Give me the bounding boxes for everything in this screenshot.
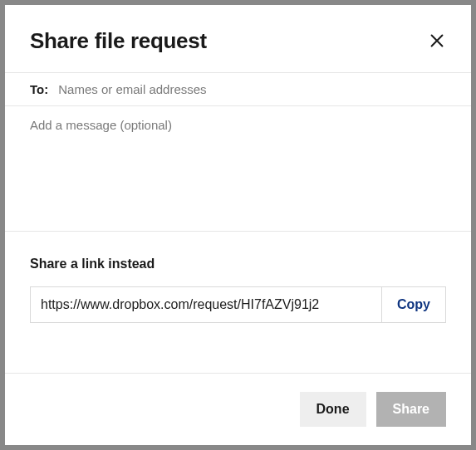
message-area	[5, 106, 471, 231]
share-file-request-modal: Share file request To: Share a link inst…	[5, 5, 471, 445]
message-input[interactable]	[30, 118, 446, 219]
copy-button[interactable]: Copy	[381, 287, 445, 322]
done-button[interactable]: Done	[300, 392, 366, 427]
share-link-row: Copy	[30, 286, 446, 323]
modal-title: Share file request	[30, 28, 207, 54]
close-icon-svg	[428, 32, 446, 50]
share-button[interactable]: Share	[376, 392, 446, 427]
recipients-input[interactable]	[58, 82, 446, 96]
modal-footer: Done Share	[5, 373, 471, 445]
close-icon[interactable]	[428, 32, 446, 50]
share-link-section: Share a link instead Copy	[5, 231, 471, 343]
share-link-heading: Share a link instead	[30, 257, 446, 271]
share-link-input[interactable]	[31, 287, 381, 322]
modal-header: Share file request	[5, 5, 471, 72]
to-label: To:	[30, 82, 48, 96]
to-row: To:	[5, 72, 471, 106]
